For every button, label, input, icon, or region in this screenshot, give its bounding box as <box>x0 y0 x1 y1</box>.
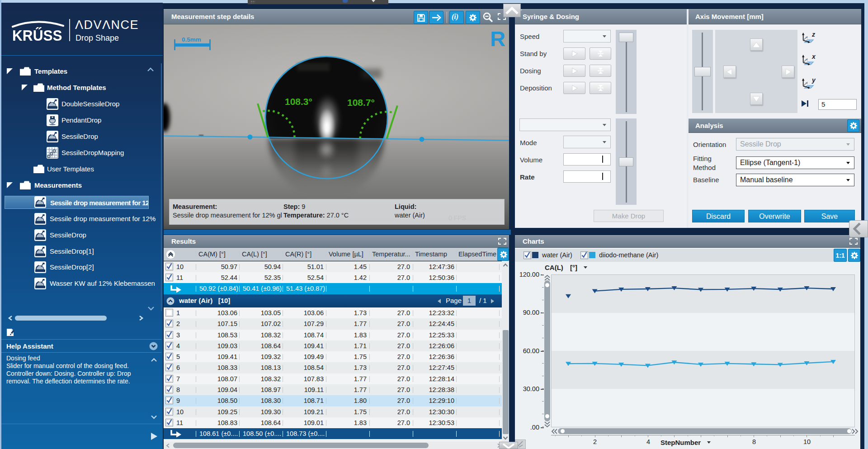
svg-text:108.7°: 108.7° <box>347 97 375 108</box>
svg-text:108.3°: 108.3° <box>285 96 312 107</box>
